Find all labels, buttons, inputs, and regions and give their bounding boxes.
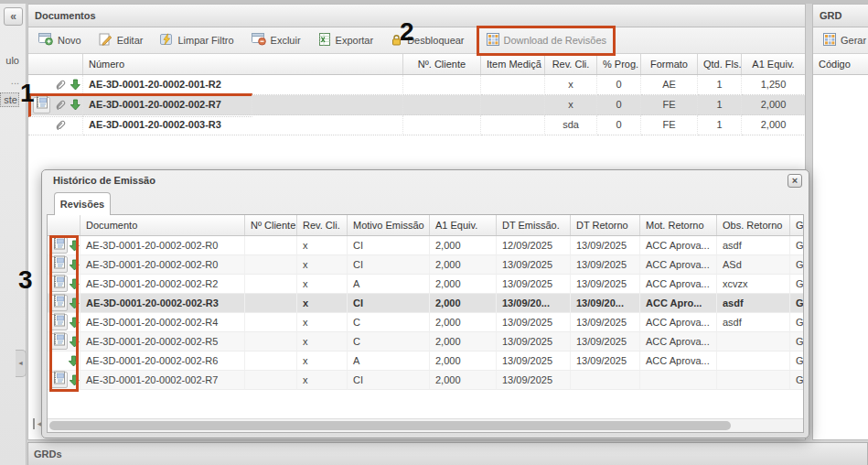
revision-row-selected[interactable]: AE-3D-0001-20-0002-002-R3xCI2,00013/09/2… [48, 294, 803, 313]
revisions-grid-header: Documento Nº Cliente Rev. Cli. Motivo Em… [48, 215, 803, 236]
note-icon [52, 313, 66, 332]
download-icon[interactable] [70, 374, 80, 386]
attachment-icon[interactable] [53, 79, 67, 91]
revision-row[interactable]: AE-3D-0001-20-0002-002-R5xC2,00013/09/20… [48, 332, 803, 351]
col-a1-equiv[interactable]: A1 Equiv. [742, 54, 806, 74]
cell-qtd-fls: 1 [698, 75, 742, 95]
col-n-cliente[interactable]: Nº Cliente [245, 215, 297, 235]
col-rev-cli[interactable]: Rev. Cli. [297, 215, 348, 235]
cell-motivo: C [348, 313, 430, 332]
download-icon[interactable] [69, 79, 82, 91]
cell-n_cliente [245, 351, 297, 371]
cell-motivo: CI [348, 255, 430, 275]
cell-dt_emissao: 12/09/2025 [497, 236, 571, 255]
attachment-icon[interactable] [53, 99, 67, 111]
col-numero[interactable]: Número [83, 54, 403, 74]
novo-button[interactable]: Novo [36, 30, 84, 50]
download-revisoes-button[interactable]: Download de Revisões [484, 30, 610, 50]
revision-note-button[interactable] [50, 276, 68, 292]
col-icons[interactable] [48, 215, 80, 235]
download-icon[interactable] [69, 355, 80, 367]
cell-dt_emissao: 13/09/2025 [497, 255, 571, 275]
revision-note-button[interactable] [50, 237, 68, 254]
revision-note-button[interactable] [50, 256, 68, 273]
revision-row[interactable]: AE-3D-0001-20-0002-002-R0xCI2,00012/09/2… [48, 236, 803, 255]
download-icon[interactable] [70, 259, 80, 271]
panel-collapse-handle[interactable]: ◄ [16, 350, 27, 377]
gerar-grd-button[interactable]: Gerar G [820, 30, 868, 50]
cell-rev_cli: x [297, 371, 348, 390]
revision-row[interactable]: AE-3D-0001-20-0002-002-R0xCI2,00013/09/2… [48, 255, 803, 275]
col-n-cliente[interactable]: Nº. Cliente [403, 54, 481, 74]
col-dt-retorno[interactable]: DT Retorno [571, 215, 640, 235]
left-collapsed-panel: « ulo ... ste ◄ [0, 4, 27, 465]
col-documento[interactable]: Documento [80, 215, 245, 235]
cell-obs_retorno: asdf [717, 313, 790, 332]
revision-row[interactable]: AE-3D-0001-20-0002-002-R6xA2,00013/09/20… [48, 351, 803, 371]
col-icons[interactable] [28, 54, 83, 74]
download-icon[interactable] [70, 278, 80, 290]
scrollbar-thumb[interactable] [49, 421, 731, 430]
col-item-medicao[interactable]: Item Mediçã [481, 54, 545, 74]
documento-row-selected[interactable]: AE-3D-0001-20-0002-002-R7 x 0 FE 1 2,000 [28, 95, 805, 115]
close-icon[interactable]: × [788, 174, 802, 188]
grds-collapsed-panel[interactable]: GRDs [27, 442, 868, 465]
download-icon[interactable] [69, 99, 82, 111]
cell-obs_retorno [717, 332, 790, 351]
revision-row[interactable]: AE-3D-0001-20-0002-002-R7xCI2,00013/09/2… [48, 371, 803, 390]
cell-obs_retorno: ASd [717, 255, 790, 275]
horizontal-scrollbar[interactable] [48, 418, 803, 432]
exportar-button[interactable]: Exportar [316, 30, 377, 50]
col-codigo[interactable]: Código [813, 54, 868, 74]
col-qtd-fls[interactable]: Qtd. Fls. [698, 54, 742, 74]
download-icon[interactable] [70, 317, 80, 329]
col-obs-retorno[interactable]: Obs. Retorno [717, 215, 790, 235]
cell-mot_retorno: ACC Aprova... [640, 313, 717, 332]
cell-n-cliente [403, 95, 481, 115]
cell-rev-cli: x [545, 95, 597, 115]
revision-note-button[interactable] [50, 314, 68, 330]
tree-label-fragment: ulo [0, 55, 19, 66]
revision-row[interactable]: AE-3D-0001-20-0002-002-R4xC2,00013/09/20… [48, 313, 803, 332]
documentos-toolbar: Novo Editar Limpar Filtro Excluir Export… [28, 27, 805, 54]
cell-rev_cli: x [297, 294, 348, 313]
delete-window-icon [252, 33, 266, 48]
cell-doc: AE-3D-0001-20-0002-002-R7 [80, 371, 245, 390]
revision-history-button[interactable] [33, 97, 50, 114]
col-a1-equiv[interactable]: A1 Equiv. [430, 215, 497, 235]
cell-formato: AE [641, 75, 698, 95]
tab-revisoes[interactable]: Revisões [54, 192, 111, 215]
download-icon[interactable] [70, 240, 80, 252]
revision-note-button[interactable] [50, 295, 68, 311]
limpar-filtro-button[interactable]: Limpar Filtro [157, 30, 236, 50]
documento-row[interactable]: AE-3D-0001-20-0002-001-R2 x 0 AE 1 1,250 [28, 75, 805, 95]
excluir-button[interactable]: Excluir [249, 30, 304, 50]
grd-panel: GRD Gerar G Código [812, 4, 868, 440]
revision-note-button[interactable] [50, 333, 68, 350]
col-grd[interactable]: G [790, 215, 804, 235]
download-icon[interactable] [70, 297, 80, 309]
attachment-icon[interactable] [53, 119, 67, 131]
revision-note-button[interactable] [50, 372, 68, 388]
col-motivo-emissao[interactable]: Motivo Emissão [348, 215, 430, 235]
col-formato[interactable]: Formato [641, 54, 698, 74]
revision-row[interactable]: AE-3D-0001-20-0002-002-R2xA2,00013/09/20… [48, 275, 803, 294]
collapse-left-panel-button[interactable]: « [4, 7, 23, 26]
cell-motivo: C [348, 332, 430, 351]
col-prog[interactable]: % Prog. [597, 54, 641, 74]
cell-a1-equiv: 1,250 [742, 75, 806, 95]
grid-icon [823, 33, 836, 48]
col-dt-emissao[interactable]: DT Emissão. [497, 215, 571, 235]
cell-n_cliente [245, 313, 297, 332]
cell-doc: AE-3D-0001-20-0002-002-R4 [80, 313, 245, 332]
editar-button[interactable]: Editar [96, 30, 146, 50]
cell-obs_retorno [717, 371, 790, 390]
cell-dt_retorno: 13/09/2025 [571, 313, 640, 332]
cell-obs_retorno: xcvzx [717, 275, 790, 294]
download-icon[interactable] [70, 336, 80, 348]
tree-label-fragment-selected[interactable]: ste [0, 92, 19, 107]
col-mot-retorno[interactable]: Mot. Retorno [640, 215, 717, 235]
cell-qtd-fls: 1 [698, 115, 742, 135]
documento-row[interactable]: AE-3D-0001-20-0002-003-R3 sda 0 FE 1 2,0… [28, 115, 805, 135]
col-rev-cli[interactable]: Rev. Cli. [545, 54, 597, 74]
